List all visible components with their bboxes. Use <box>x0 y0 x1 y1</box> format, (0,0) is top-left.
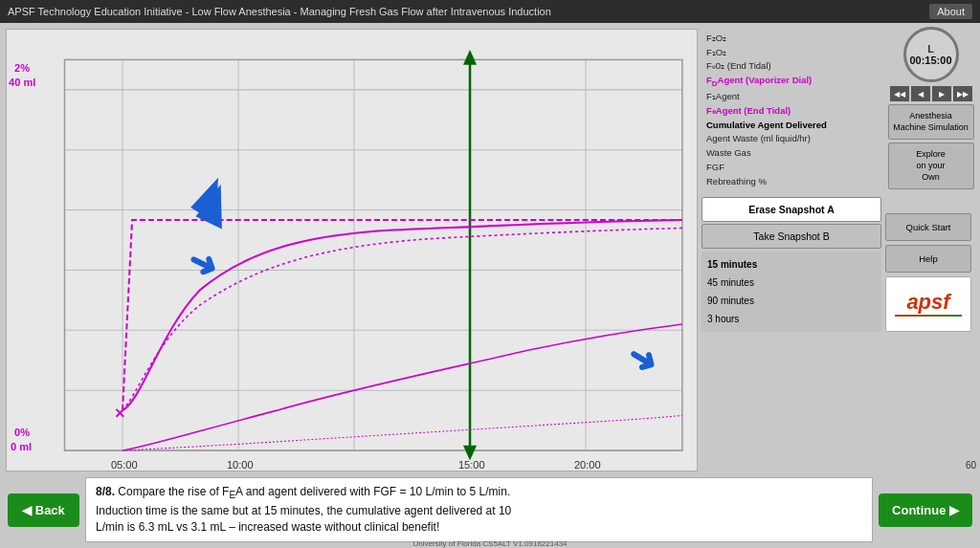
time-15min[interactable]: 15 minutes <box>707 255 876 274</box>
university-label: University of Florida CS5ALT V1.09162214… <box>412 539 567 548</box>
quick-start-button[interactable]: Quick Start <box>885 213 971 241</box>
svg-text:0 ml: 0 ml <box>11 441 32 452</box>
description-text-box: 8/8. Compare the rise of FEA and agent d… <box>85 477 873 543</box>
back-button[interactable]: ◀ Back <box>8 493 79 527</box>
fastforward-button[interactable]: ▶▶ <box>953 86 972 101</box>
apsf-logo: apsf <box>885 276 971 332</box>
rewind-button[interactable]: ◀◀ <box>890 86 909 101</box>
take-snapshot-button[interactable]: Take Snapshot B <box>702 224 881 249</box>
time-45min[interactable]: 45 minutes <box>707 274 876 292</box>
clock-letter: L <box>927 43 934 55</box>
chart-area: × 2% 40 ml 0% 0 ml 05:00 10:00 15:00 20:… <box>6 29 698 471</box>
continue-button[interactable]: Continue ▶ <box>879 493 972 527</box>
apsf-logo-graphic: apsf <box>906 292 949 313</box>
legend-item-fiagent: F₁Agent <box>706 90 877 104</box>
legend-item-fdagent: FDAgent (Vaporizer Dial) <box>706 74 877 90</box>
time-3hours[interactable]: 3 hours <box>707 310 876 328</box>
back-frame-button[interactable]: ◀ <box>911 86 930 101</box>
legend-item-feo2: Fₑ0₂ (End Tidal) <box>706 59 877 74</box>
chart-svg: × 2% 40 ml 0% 0 ml 05:00 10:00 15:00 20:… <box>7 30 697 471</box>
forward-frame-button[interactable]: ▶ <box>932 86 951 101</box>
transport-controls[interactable]: ◀◀ ◀ ▶ ▶▶ <box>890 86 972 101</box>
legend-item-cumulative: Cumulative Agent Delivered <box>706 119 877 133</box>
explore-button[interactable]: Exploreon yourOwn <box>888 142 974 189</box>
legend-item-waste: Agent Waste (ml liquid/hr) <box>706 132 877 146</box>
frame-number: 60 <box>962 459 980 471</box>
legend-item-fo2: F₂O₂ <box>706 32 877 46</box>
help-button[interactable]: Help <box>885 245 971 273</box>
time-90min[interactable]: 90 minutes <box>707 292 876 310</box>
legend-item-fio2: F₁O₂ <box>706 46 877 60</box>
app-title: APSF Technology Education Initiative - L… <box>8 6 551 17</box>
svg-text:40 ml: 40 ml <box>9 76 35 87</box>
legend-item-wastegas: Waste Gas <box>706 146 877 161</box>
chart-legend: F₂O₂ F₁O₂ Fₑ0₂ (End Tidal) FDAgent (Vapo… <box>702 27 881 193</box>
legend-item-feagent: FₑAgent (End Tidal) <box>706 104 877 119</box>
description-text: 8/8. Compare the rise of FEA and agent d… <box>96 485 511 534</box>
svg-text:2%: 2% <box>14 62 30 74</box>
anesthesia-machine-button[interactable]: Anesthesia Machine Simulation <box>888 104 974 140</box>
erase-snapshot-button[interactable]: Erase Snapshot A <box>702 197 881 222</box>
svg-text:15:00: 15:00 <box>458 459 485 471</box>
about-button[interactable]: About <box>929 4 972 19</box>
clock-circle: L 00:15:00 <box>903 27 959 82</box>
clock-area: L 00:15:00 <box>903 27 959 82</box>
time-buttons: 15 minutes 45 minutes 90 minutes 3 hours <box>702 252 881 332</box>
top-bar: APSF Technology Education Initiative - L… <box>0 0 980 23</box>
svg-text:20:00: 20:00 <box>574 459 601 471</box>
svg-text:10:00: 10:00 <box>227 459 254 471</box>
legend-item-rebreathing: Rebreathing % <box>706 175 877 189</box>
bottom-area: ◀ Back 8/8. Compare the rise of FEA and … <box>0 471 980 548</box>
svg-text:0%: 0% <box>14 427 30 438</box>
clock-time: 00:15:00 <box>909 55 951 66</box>
svg-text:05:00: 05:00 <box>111 459 138 471</box>
svg-rect-0 <box>7 30 697 471</box>
legend-item-fgf: FGF <box>706 161 877 175</box>
